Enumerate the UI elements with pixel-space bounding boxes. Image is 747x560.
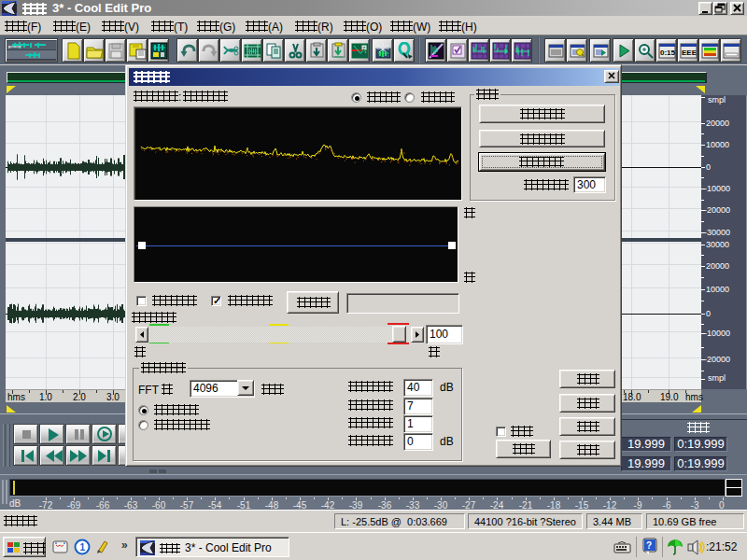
svg-text:z: z xyxy=(362,45,366,51)
svg-text:EEE: EEE xyxy=(682,49,698,57)
svg-text:0:15: 0:15 xyxy=(660,49,676,57)
svg-text:1: 1 xyxy=(80,542,86,553)
svg-text:?: ? xyxy=(646,540,652,551)
